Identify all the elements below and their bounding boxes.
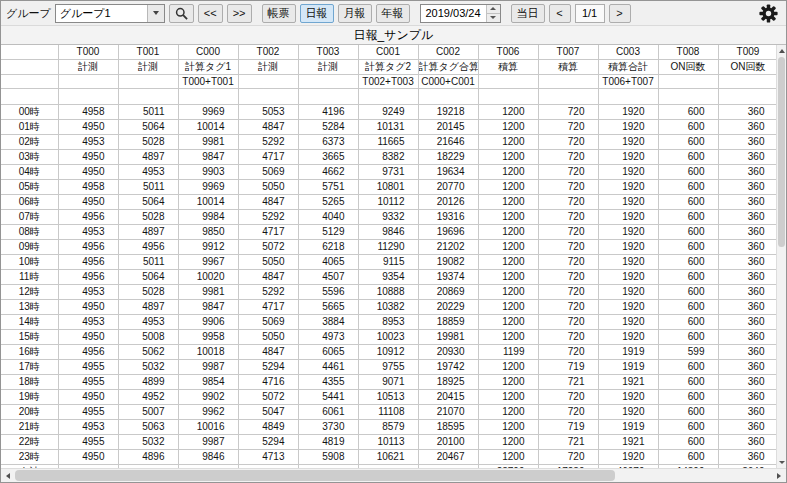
value-cell: 600 bbox=[658, 179, 718, 194]
table-row: 03時4950489798474717366583821822912007201… bbox=[1, 149, 776, 164]
value-cell: 600 bbox=[658, 284, 718, 299]
value-cell: 19082 bbox=[418, 254, 478, 269]
value-cell: 9981 bbox=[178, 284, 238, 299]
value-cell: 10621 bbox=[358, 449, 418, 464]
value-cell: 11290 bbox=[358, 239, 418, 254]
scroll-up-button[interactable] bbox=[777, 45, 786, 57]
column-type: ON回数 bbox=[718, 59, 776, 74]
scroll-down-button[interactable] bbox=[777, 456, 786, 468]
row-label: 14時 bbox=[1, 314, 58, 329]
group-select[interactable]: グループ1 bbox=[55, 4, 165, 23]
value-cell: 721 bbox=[538, 434, 598, 449]
horizontal-scrollbar[interactable] bbox=[1, 468, 786, 482]
value-cell: 4956 bbox=[118, 239, 178, 254]
page-prev-button[interactable]: < bbox=[549, 4, 571, 23]
value-cell: 600 bbox=[658, 119, 718, 134]
row-label: 19時 bbox=[1, 389, 58, 404]
report-form-button[interactable]: 帳票 bbox=[262, 4, 296, 23]
gear-icon bbox=[759, 4, 778, 23]
value-cell: 360 bbox=[718, 119, 776, 134]
vertical-scrollbar[interactable] bbox=[776, 45, 786, 468]
row-label: 22時 bbox=[1, 434, 58, 449]
row-label: 02時 bbox=[1, 134, 58, 149]
search-button[interactable] bbox=[169, 4, 194, 23]
value-cell: 4897 bbox=[118, 149, 178, 164]
value-cell: 5011 bbox=[118, 179, 178, 194]
value-cell: 10112 bbox=[358, 194, 418, 209]
row-label: 01時 bbox=[1, 119, 58, 134]
value-cell: 5063 bbox=[118, 419, 178, 434]
column-type: 計測 bbox=[118, 59, 178, 74]
value-cell: 1920 bbox=[598, 404, 658, 419]
value-cell: 20770 bbox=[418, 179, 478, 194]
scroll-right-button[interactable] bbox=[772, 469, 786, 482]
row-label: 16時 bbox=[1, 344, 58, 359]
chevron-down-icon[interactable] bbox=[147, 5, 164, 22]
value-cell: 600 bbox=[658, 164, 718, 179]
value-cell: 360 bbox=[718, 194, 776, 209]
value-cell: 19981 bbox=[418, 329, 478, 344]
table-row: 00時4958501199695053419692491921812007201… bbox=[1, 104, 776, 119]
page-indicator: 1/1 bbox=[575, 4, 605, 23]
value-cell: 360 bbox=[718, 149, 776, 164]
page-next-button[interactable]: > bbox=[609, 4, 631, 23]
value-cell: 10131 bbox=[358, 119, 418, 134]
value-cell: 10888 bbox=[358, 284, 418, 299]
vertical-scroll-thumb[interactable] bbox=[778, 57, 785, 247]
table-row: 08時4953489798504717512998461969612007201… bbox=[1, 224, 776, 239]
blank-header-cell bbox=[478, 88, 538, 104]
value-cell: 4950 bbox=[58, 164, 118, 179]
daily-report-button[interactable]: 日報 bbox=[300, 4, 334, 23]
prev-group-button[interactable]: << bbox=[198, 4, 223, 23]
value-cell: 1200 bbox=[478, 299, 538, 314]
blank-header-cell bbox=[298, 88, 358, 104]
table-row: 05時4958501199695050575110801207701200720… bbox=[1, 179, 776, 194]
next-group-button[interactable]: >> bbox=[227, 4, 252, 23]
value-cell: 1200 bbox=[478, 224, 538, 239]
vertical-scroll-track[interactable] bbox=[777, 57, 786, 456]
row-label: 17時 bbox=[1, 359, 58, 374]
value-cell: 4899 bbox=[118, 374, 178, 389]
yearly-report-button[interactable]: 年報 bbox=[376, 4, 410, 23]
value-cell: 360 bbox=[718, 104, 776, 119]
value-cell: 3730 bbox=[298, 419, 358, 434]
value-cell: 360 bbox=[718, 269, 776, 284]
spinner-up-icon bbox=[490, 7, 496, 10]
spinner-down-button[interactable] bbox=[487, 13, 500, 22]
value-cell: 10023 bbox=[358, 329, 418, 344]
value-cell: 5069 bbox=[238, 164, 298, 179]
value-cell: 4956 bbox=[58, 209, 118, 224]
value-cell: 600 bbox=[658, 209, 718, 224]
value-cell: 9847 bbox=[178, 299, 238, 314]
settings-button[interactable] bbox=[755, 2, 781, 24]
value-cell: 4956 bbox=[58, 344, 118, 359]
horizontal-scroll-thumb[interactable] bbox=[15, 470, 615, 481]
monthly-report-button[interactable]: 月報 bbox=[338, 4, 372, 23]
value-cell: 4819 bbox=[298, 434, 358, 449]
value-cell: 720 bbox=[538, 209, 598, 224]
value-cell: 1920 bbox=[598, 449, 658, 464]
value-cell: 4953 bbox=[118, 314, 178, 329]
row-label: 05時 bbox=[1, 179, 58, 194]
spinner-up-button[interactable] bbox=[487, 5, 500, 13]
scroll-left-button[interactable] bbox=[1, 469, 15, 482]
horizontal-scroll-track[interactable] bbox=[15, 469, 772, 482]
value-cell: 4461 bbox=[298, 359, 358, 374]
today-button[interactable]: 当日 bbox=[511, 4, 545, 23]
value-cell: 6218 bbox=[298, 239, 358, 254]
column-tag: T002 bbox=[238, 45, 298, 59]
table-row: 04時4950495399035069466297311963412007201… bbox=[1, 164, 776, 179]
column-type: 計測 bbox=[58, 59, 118, 74]
value-cell: 4196 bbox=[298, 104, 358, 119]
value-cell: 10113 bbox=[358, 434, 418, 449]
blank-header-cell bbox=[658, 88, 718, 104]
report-table: T000T001C000T002T003C001C002T006T007C003… bbox=[1, 45, 776, 468]
corner-cell bbox=[1, 88, 58, 104]
value-cell: 4953 bbox=[58, 419, 118, 434]
value-cell: 19316 bbox=[418, 209, 478, 224]
date-field[interactable]: 2019/03/24 bbox=[420, 4, 501, 23]
value-cell: 20415 bbox=[418, 389, 478, 404]
value-cell: 5062 bbox=[118, 344, 178, 359]
column-tag: C000 bbox=[178, 45, 238, 59]
value-cell: 20100 bbox=[418, 434, 478, 449]
